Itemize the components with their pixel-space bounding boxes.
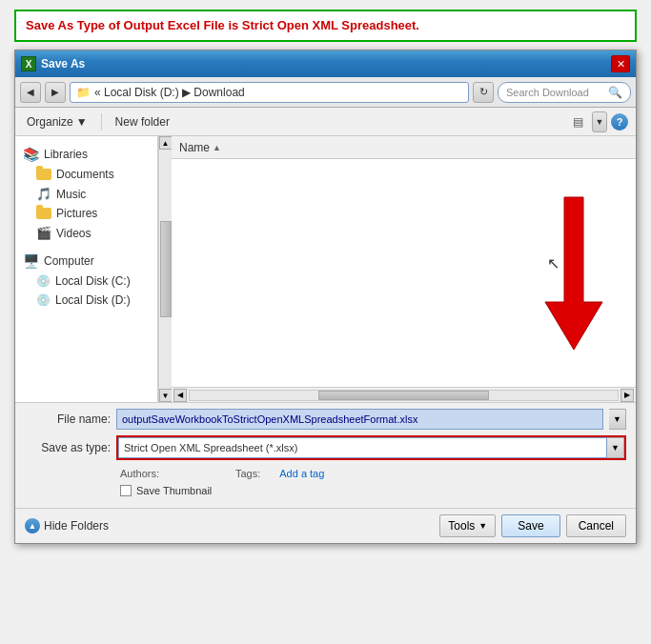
- sidebar-item-documents[interactable]: Documents: [15, 165, 157, 184]
- drive-d-icon: 💿: [36, 293, 51, 307]
- music-icon: 🎵: [36, 187, 51, 201]
- file-name-input[interactable]: [116, 409, 603, 430]
- save-type-wrapper: ▼: [116, 435, 626, 460]
- new-folder-button[interactable]: New folder: [112, 113, 173, 131]
- computer-group: 🖥️ Computer 💿 Local Disk (C:) 💿 Local Di…: [15, 251, 157, 310]
- excel-icon: X: [21, 56, 36, 71]
- thumbnail-row: Save Thumbnail: [25, 483, 626, 502]
- file-name-row: File name: ▼: [25, 409, 626, 430]
- pictures-label: Pictures: [56, 207, 97, 220]
- sidebar-item-pictures[interactable]: Pictures: [15, 204, 157, 223]
- authors-label: Authors:: [120, 468, 159, 479]
- forward-button[interactable]: ▶: [45, 82, 66, 103]
- search-box[interactable]: Search Download 🔍: [498, 82, 631, 103]
- view-options-button[interactable]: ▤: [567, 111, 588, 132]
- cursor-arrow: ↖: [547, 254, 559, 272]
- libraries-group: 📚 Libraries Documents 🎵 Music Pictures 🎬: [15, 144, 157, 243]
- sidebar-item-computer[interactable]: 🖥️ Computer: [15, 251, 157, 272]
- search-placeholder: Search Download: [506, 87, 589, 98]
- save-type-label: Save as type:: [25, 441, 111, 454]
- scroll-track-x[interactable]: [189, 390, 619, 401]
- hide-folders-label: Hide Folders: [44, 519, 109, 533]
- computer-label: Computer: [44, 254, 94, 268]
- music-label: Music: [56, 188, 86, 201]
- annotation-banner: Save As Type of Output Excel File is Str…: [14, 10, 637, 42]
- tools-button[interactable]: Tools ▼: [439, 514, 496, 537]
- search-icon: 🔍: [608, 86, 622, 99]
- address-text: « Local Disk (D:) ▶ Download: [94, 86, 245, 99]
- svg-marker-0: [545, 197, 602, 350]
- file-name-dropdown-button[interactable]: ▼: [609, 409, 626, 430]
- pictures-folder-icon: [36, 208, 51, 219]
- save-type-dropdown-button[interactable]: ▼: [607, 437, 624, 458]
- save-type-input[interactable]: [118, 437, 607, 458]
- back-button[interactable]: ◀: [20, 82, 41, 103]
- view-dropdown-button[interactable]: ▼: [592, 111, 607, 132]
- scroll-track[interactable]: [160, 150, 172, 389]
- sidebar-item-music[interactable]: 🎵 Music: [15, 184, 157, 204]
- meta-row: Authors: Tags: Add a tag: [25, 466, 626, 483]
- cancel-button[interactable]: Cancel: [566, 514, 626, 537]
- drive-c-label: Local Disk (C:): [55, 274, 131, 288]
- scroll-left-arrow[interactable]: ◀: [173, 389, 187, 402]
- computer-icon: 🖥️: [23, 253, 39, 269]
- add-tag-link[interactable]: Add a tag: [279, 468, 324, 479]
- help-button[interactable]: ?: [611, 113, 628, 131]
- file-list-body[interactable]: ↖: [172, 159, 636, 387]
- scroll-up-arrow[interactable]: ▲: [159, 136, 173, 150]
- name-column-header[interactable]: Name: [179, 141, 210, 154]
- sidebar-item-libraries[interactable]: 📚 Libraries: [15, 144, 157, 165]
- toolbar-right: ▤ ▼ ?: [567, 111, 628, 132]
- form-area: File name: ▼ Save as type: ▼ Authors: Ta…: [15, 403, 636, 508]
- red-arrow-annotation: [512, 188, 626, 359]
- videos-label: Videos: [56, 227, 91, 240]
- tools-label: Tools: [448, 519, 475, 533]
- scroll-right-arrow[interactable]: ▶: [620, 389, 634, 402]
- dialog-title: Save As: [41, 57, 85, 70]
- libraries-label: Libraries: [44, 148, 88, 161]
- sidebar: 📚 Libraries Documents 🎵 Music Pictures 🎬: [15, 136, 158, 402]
- organize-button[interactable]: Organize ▼: [23, 113, 92, 131]
- libraries-icon: 📚: [23, 147, 39, 162]
- close-button[interactable]: ✕: [611, 55, 630, 72]
- toolbar-separator: [101, 113, 102, 131]
- tags-label: Tags:: [235, 468, 260, 479]
- organize-label: Organize: [27, 115, 73, 129]
- chevron-up-icon: ▲: [25, 518, 40, 533]
- file-name-label: File name:: [25, 413, 111, 426]
- refresh-button[interactable]: ↻: [473, 82, 494, 103]
- scroll-down-arrow[interactable]: ▼: [159, 389, 173, 402]
- videos-icon: 🎬: [36, 226, 51, 240]
- sidebar-item-videos[interactable]: 🎬 Videos: [15, 223, 157, 243]
- dialog-footer: ▲ Hide Folders Tools ▼ Save Cancel: [15, 508, 636, 543]
- sort-arrow-icon: ▲: [213, 143, 221, 152]
- save-as-dialog: X Save As ✕ ◀ ▶ 📁 « Local Disk (D:) ▶ Do…: [14, 50, 637, 544]
- hide-folders-button[interactable]: ▲ Hide Folders: [25, 518, 109, 533]
- scroll-thumb: [160, 221, 172, 316]
- footer-buttons: Tools ▼ Save Cancel: [439, 514, 626, 537]
- file-list-header: Name ▲: [172, 136, 636, 159]
- folder-icon: 📁: [76, 86, 91, 99]
- save-type-row: Save as type: ▼: [25, 435, 626, 460]
- address-path[interactable]: 📁 « Local Disk (D:) ▶ Download: [70, 82, 469, 103]
- organize-dropdown-icon: ▼: [76, 115, 88, 129]
- save-button[interactable]: Save: [501, 514, 559, 537]
- documents-label: Documents: [56, 168, 114, 181]
- save-thumbnail-label: Save Thumbnail: [136, 485, 212, 496]
- address-bar: ◀ ▶ 📁 « Local Disk (D:) ▶ Download ↻ Sea…: [15, 77, 636, 108]
- tools-dropdown-icon: ▼: [478, 521, 487, 531]
- toolbar: Organize ▼ New folder ▤ ▼ ?: [15, 108, 636, 136]
- scroll-thumb-x: [318, 391, 490, 400]
- sidebar-scrollbar[interactable]: ▲ ▼: [158, 136, 172, 402]
- sidebar-item-drive-c[interactable]: 💿 Local Disk (C:): [15, 272, 157, 291]
- sidebar-item-drive-d[interactable]: 💿 Local Disk (D:): [15, 291, 157, 310]
- drive-d-label: Local Disk (D:): [55, 293, 131, 307]
- content-area: 📚 Libraries Documents 🎵 Music Pictures 🎬: [15, 136, 636, 403]
- title-bar: X Save As ✕: [15, 50, 636, 77]
- save-thumbnail-checkbox[interactable]: [120, 485, 132, 496]
- file-list: Name ▲ ↖ ◀ ▶: [172, 136, 636, 402]
- horizontal-scrollbar[interactable]: ◀ ▶: [172, 387, 636, 402]
- drive-c-icon: 💿: [36, 274, 51, 288]
- title-bar-left: X Save As: [21, 56, 85, 71]
- new-folder-label: New folder: [115, 115, 170, 129]
